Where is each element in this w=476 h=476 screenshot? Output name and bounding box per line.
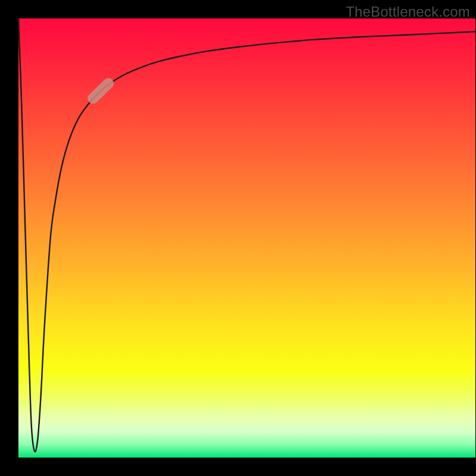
- bottleneck-curve: [18, 18, 475, 452]
- watermark-text: TheBottleneck.com: [346, 4, 470, 20]
- curve-marker: [86, 76, 116, 106]
- curve-layer: [18, 18, 475, 458]
- chart-frame: TheBottleneck.com: [0, 0, 476, 476]
